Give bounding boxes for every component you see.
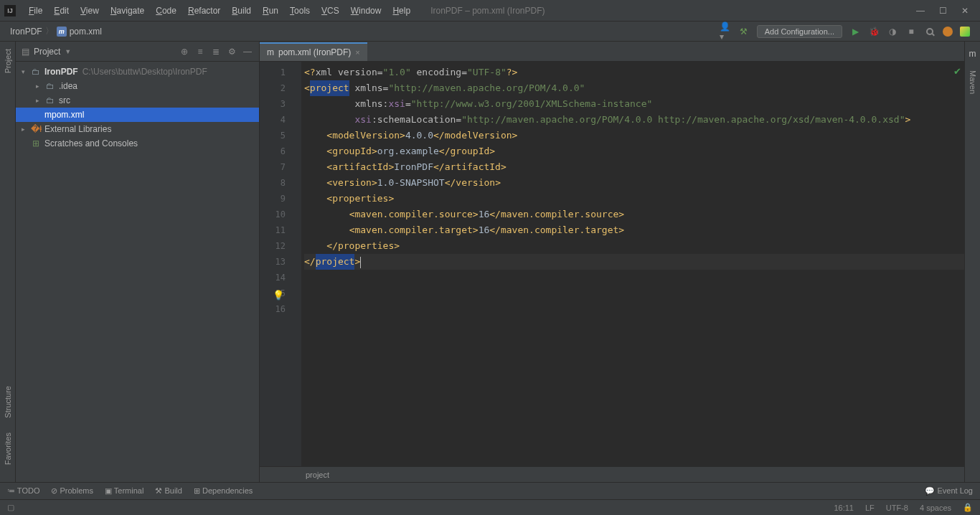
status-bar: ▢ 16:11 LF UTF-8 4 spaces 🔒 bbox=[0, 499, 980, 515]
project-panel-title[interactable]: Project bbox=[34, 47, 60, 57]
menu-refactor[interactable]: Refactor bbox=[182, 6, 226, 16]
menu-view[interactable]: View bbox=[75, 6, 105, 16]
app-logo-icon: IJ bbox=[4, 5, 16, 16]
expand-all-icon[interactable]: ≡ bbox=[194, 46, 206, 57]
tree-pom-file[interactable]: m pom.xml bbox=[16, 108, 259, 122]
nav-bar: IronPDF 〉 m pom.xml 👤▾ ⚒ Add Configurati… bbox=[0, 22, 980, 42]
caret-position[interactable]: 16:11 bbox=[834, 504, 854, 512]
editor-tab-pom[interactable]: m pom.xml (IronPDF) × bbox=[260, 42, 367, 61]
intention-bulb-icon[interactable]: 💡 bbox=[273, 290, 284, 301]
menu-navigate[interactable]: Navigate bbox=[105, 6, 150, 16]
menu-tools[interactable]: Tools bbox=[284, 6, 316, 16]
menu-vcs[interactable]: VCS bbox=[316, 6, 345, 16]
breadcrumb-file[interactable]: pom.xml bbox=[70, 27, 102, 37]
maven-file-icon: m bbox=[267, 47, 274, 57]
hammer-icon[interactable]: ⚒ bbox=[738, 26, 750, 37]
toolbox-icon[interactable] bbox=[960, 27, 970, 37]
status-square-icon[interactable]: ▢ bbox=[7, 503, 14, 512]
terminal-tool-tab[interactable]: ▣ Terminal bbox=[105, 486, 143, 496]
fold-gutter[interactable] bbox=[291, 62, 301, 466]
favorites-tool-tab[interactable]: Favorites bbox=[4, 430, 12, 468]
run-icon[interactable]: ▶ bbox=[849, 26, 861, 37]
structure-tool-tab[interactable]: Structure bbox=[4, 383, 12, 421]
inspection-ok-icon[interactable]: ✔ bbox=[953, 66, 961, 77]
maven-tool-icon[interactable]: m bbox=[969, 49, 976, 59]
editor-breadcrumb[interactable]: project bbox=[260, 466, 964, 482]
debug-icon[interactable]: 🐞 bbox=[868, 26, 880, 37]
maven-tool-tab[interactable]: Maven bbox=[969, 67, 977, 97]
tree-scratches[interactable]: ⊞ Scratches and Consoles bbox=[16, 136, 259, 151]
settings-icon[interactable]: ⚙ bbox=[226, 46, 237, 57]
chevron-right-icon: 〉 bbox=[45, 25, 54, 37]
tree-root[interactable]: ▾ 🗀 IronPDF C:\Users\buttw\Desktop\IronP… bbox=[16, 65, 259, 79]
maven-file-icon: m bbox=[57, 27, 67, 37]
tree-external-libraries[interactable]: ▸ �ⱡ External Libraries bbox=[16, 122, 259, 136]
line-ending[interactable]: LF bbox=[865, 504, 875, 512]
problems-tool-tab[interactable]: ⊘ Problems bbox=[51, 486, 93, 496]
coverage-icon[interactable]: ◑ bbox=[887, 26, 898, 37]
tree-src-folder[interactable]: ▸🗀 src bbox=[16, 93, 259, 108]
project-panel: ▤ Project ▼ ⊕ ≡ ≣ ⚙ — ▾ 🗀 IronPDF C:\Use… bbox=[16, 42, 260, 482]
menu-bar: IJ FileEditViewNavigateCodeRefactorBuild… bbox=[0, 0, 980, 22]
menu-file[interactable]: File bbox=[23, 6, 48, 16]
menu-run[interactable]: Run bbox=[257, 6, 284, 16]
menu-edit[interactable]: Edit bbox=[48, 6, 75, 16]
event-log-tab[interactable]: 💬 Event Log bbox=[925, 486, 973, 496]
stop-icon[interactable]: ■ bbox=[905, 26, 917, 37]
dependencies-tool-tab[interactable]: ⊞ Dependencies bbox=[194, 486, 253, 496]
project-view-icon[interactable]: ▤ bbox=[22, 47, 29, 57]
breadcrumb-root[interactable]: IronPDF bbox=[10, 27, 42, 37]
dropdown-icon[interactable]: ▼ bbox=[65, 48, 71, 55]
menu-code[interactable]: Code bbox=[150, 6, 182, 16]
code-editor[interactable]: 12345678910111213141516 <?xml version="1… bbox=[260, 62, 964, 466]
maximize-icon[interactable]: ☐ bbox=[939, 6, 947, 16]
project-tool-tab[interactable]: Project bbox=[4, 46, 12, 76]
right-tool-strip: m Maven bbox=[964, 42, 980, 482]
collapse-all-icon[interactable]: ≣ bbox=[210, 46, 222, 57]
menu-window[interactable]: Window bbox=[345, 6, 387, 16]
search-icon[interactable] bbox=[924, 26, 936, 37]
indent-setting[interactable]: 4 spaces bbox=[920, 504, 951, 512]
locate-icon[interactable]: ⊕ bbox=[179, 46, 190, 57]
hide-panel-icon[interactable]: — bbox=[242, 46, 253, 57]
user-icon[interactable]: 👤▾ bbox=[720, 26, 731, 37]
menu-build[interactable]: Build bbox=[226, 6, 257, 16]
left-tool-strip: Project Structure Favorites bbox=[0, 42, 16, 482]
minimize-icon[interactable]: — bbox=[916, 6, 925, 16]
maven-file-icon: m bbox=[44, 110, 52, 120]
bottom-tool-bar: ≔ TODO ⊘ Problems ▣ Terminal ⚒ Build ⊞ D… bbox=[0, 482, 980, 499]
todo-tool-tab[interactable]: ≔ TODO bbox=[7, 486, 39, 496]
window-title: IronPDF – pom.xml (IronPDF) bbox=[430, 6, 545, 16]
tree-idea-folder[interactable]: ▸🗀 .idea bbox=[16, 79, 259, 93]
editor-area: m pom.xml (IronPDF) × 123456789101112131… bbox=[260, 42, 964, 482]
editor-tab-bar: m pom.xml (IronPDF) × bbox=[260, 42, 964, 62]
readonly-lock-icon[interactable]: 🔒 bbox=[963, 503, 973, 512]
project-tree[interactable]: ▾ 🗀 IronPDF C:\Users\buttw\Desktop\IronP… bbox=[16, 62, 259, 153]
add-configuration-button[interactable]: Add Configuration... bbox=[757, 25, 842, 38]
close-tab-icon[interactable]: × bbox=[355, 48, 359, 57]
ide-update-icon[interactable] bbox=[943, 27, 953, 37]
file-encoding[interactable]: UTF-8 bbox=[886, 504, 908, 512]
menu-help[interactable]: Help bbox=[387, 6, 416, 16]
close-icon[interactable]: ✕ bbox=[961, 6, 969, 16]
line-number-gutter: 12345678910111213141516 bbox=[260, 62, 291, 466]
build-tool-tab[interactable]: ⚒ Build bbox=[155, 486, 182, 496]
